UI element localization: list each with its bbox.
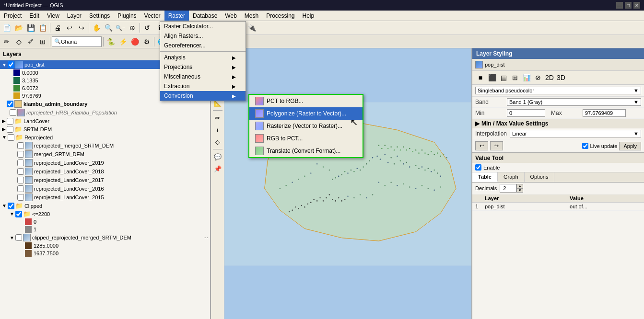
layer-item-r7[interactable]: reprojected_LandCover_2015 [0, 193, 210, 202]
layer-checkbox-r4[interactable] [17, 168, 24, 175]
menu-align-rasters[interactable]: Align Rasters... [160, 31, 246, 41]
layer-checkbox-srtm[interactable] [7, 126, 13, 133]
graduated-btn[interactable]: ▤ [498, 72, 509, 83]
close-button[interactable]: ✕ [633, 2, 640, 9]
layer-checkbox-r6[interactable] [17, 185, 24, 192]
undo-button[interactable]: ↩ [64, 22, 75, 34]
apply-button[interactable]: Apply [619, 142, 641, 150]
layer-item-r6[interactable]: reprojected_LandCover_2016 [0, 184, 210, 193]
menu-mesh[interactable]: Mesh [241, 11, 262, 21]
layer-item-clipped[interactable]: ▼ 📁 Clipped [0, 202, 210, 210]
3d-renderer-btn[interactable]: 3D [556, 72, 566, 83]
menu-layer[interactable]: Layer [63, 11, 85, 21]
plugin2-button[interactable]: ⚡ [117, 36, 129, 47]
menu-analysis[interactable]: Analysis ▶ [160, 53, 246, 62]
min-value-box[interactable]: 0 [507, 109, 545, 117]
zoom-full-button[interactable]: ⊕ [127, 22, 138, 34]
plugin4-button[interactable]: ⚙ [141, 36, 152, 47]
menu-project[interactable]: Project [0, 11, 25, 21]
single-symbol-btn[interactable]: ■ [475, 72, 486, 83]
menu-miscellaneous[interactable]: Miscellaneous ▶ [160, 72, 246, 81]
menu-database[interactable]: Database [189, 11, 221, 21]
2d-renderer-btn[interactable]: 2D [544, 72, 555, 83]
redo-button[interactable]: ↪ [76, 22, 87, 34]
annotation-tool[interactable]: 📌 [212, 163, 223, 174]
open-project-button[interactable]: 📂 [13, 22, 24, 34]
layer-item-srtm[interactable]: ▶ 📁 SRTM-DEM [0, 125, 210, 133]
layer-item-r1[interactable]: reprojected_merged_SRTM_DEM [0, 141, 210, 150]
categorized-btn[interactable]: ⬛ [487, 72, 497, 83]
zoom-in-button[interactable]: 🔍 [103, 22, 114, 34]
expand-arrow-lte2200[interactable]: ▼ [10, 211, 14, 216]
layer-item-r5[interactable]: reprojected_LandCover_2017 [0, 176, 210, 184]
menu-help[interactable]: Help [299, 11, 318, 21]
layer-item-landcover[interactable]: ▶ 📁 LandCover [0, 117, 210, 125]
layer-checkbox-kiambu[interactable] [7, 101, 13, 107]
decrement-button[interactable]: ▼ [516, 188, 523, 193]
draw-button[interactable]: ✐ [25, 36, 36, 47]
window-controls[interactable]: — □ ✕ [616, 2, 640, 9]
add-feature-tool[interactable]: + [212, 124, 223, 136]
layer-checkbox-r3[interactable] [17, 160, 24, 166]
max-value-box[interactable]: 97.6769409 [583, 109, 626, 117]
menu-view[interactable]: View [43, 11, 63, 21]
tab-graph[interactable]: Graph [498, 172, 525, 182]
menu-settings[interactable]: Settings [85, 11, 114, 21]
menu-extraction[interactable]: Extraction ▶ [160, 81, 246, 91]
zoom-out-button[interactable]: 🔍− [115, 22, 126, 34]
map-canvas[interactable] [224, 48, 471, 319]
expand-arrow-reprojected[interactable]: ▼ [2, 135, 7, 140]
layer-item-r4[interactable]: reprojected_LandCover_2018 [0, 167, 210, 176]
min-max-header[interactable]: ▶ Min / Max Value Settings [472, 119, 644, 128]
snap-button[interactable]: ⊞ [37, 36, 48, 47]
layer-checkbox-r1[interactable] [17, 142, 24, 149]
menu-raster-calculator[interactable]: Raster Calculator... [160, 22, 246, 31]
submenu-polygonize[interactable]: Polygonize (Raster to Vector)... [249, 107, 363, 120]
layer-checkbox-r7[interactable] [17, 194, 24, 201]
save-project-button[interactable]: 💾 [25, 22, 36, 34]
enable-checkbox[interactable] [475, 164, 481, 171]
decimals-stepper[interactable]: ▲ ▼ [500, 184, 523, 193]
live-update-checkbox[interactable] [582, 143, 588, 149]
layer-item-c1[interactable]: 1 [0, 226, 210, 233]
expand-arrow-clipped[interactable]: ▼ [2, 203, 7, 208]
layer-item-lte2200[interactable]: ▼ 📁 <=2200 [0, 210, 210, 218]
layer-checkbox-clipped-srtm[interactable] [15, 234, 22, 241]
diagram-btn[interactable]: 📊 [521, 72, 532, 83]
conversion-submenu[interactable]: PCT to RGB... Polygonize (Raster to Vect… [248, 94, 363, 158]
decimals-input[interactable] [500, 184, 516, 193]
menu-georeferencer[interactable]: Georeferencer... [160, 41, 246, 50]
interpolation-select[interactable]: Linear ▼ [510, 130, 641, 137]
map-tips-tool[interactable]: 💬 [212, 151, 223, 162]
layer-checkbox-hrsi[interactable] [10, 109, 16, 116]
refresh-button[interactable]: ↺ [141, 22, 153, 34]
layer-checkbox-r2[interactable] [17, 151, 24, 158]
edit-tool[interactable]: ✏ [212, 112, 223, 124]
layer-checkbox-landcover[interactable] [7, 118, 13, 125]
submenu-rgb-to-pct[interactable]: RGB to PCT... [249, 132, 363, 145]
menu-vector[interactable]: Vector [141, 11, 164, 21]
rule-based-btn[interactable]: ⊞ [510, 72, 520, 83]
layer-checkbox-pop-dist[interactable] [8, 61, 14, 68]
undo-styling-button[interactable]: ↩ [475, 141, 488, 150]
tab-table[interactable]: Table [472, 172, 498, 182]
save-as-button[interactable]: 📋 [37, 22, 48, 34]
expand-arrow-clipped-srtm[interactable]: ▼ [10, 235, 14, 240]
layer-item-r2[interactable]: merged_SRTM_DEM [0, 150, 210, 159]
submenu-pct-to-rgb[interactable]: PCT to RGB... [249, 95, 363, 107]
submenu-translate[interactable]: Translate (Convert Format)... [249, 145, 363, 157]
expand-arrow-landcover[interactable]: ▶ [2, 118, 6, 124]
layer-checkbox-clipped[interactable] [8, 203, 14, 209]
expand-arrow-pop-dist[interactable]: ▼ [2, 62, 7, 68]
edit-button-2[interactable]: ✏ [1, 36, 12, 47]
locator-input[interactable] [61, 39, 99, 45]
tab-options[interactable]: Options [525, 172, 555, 182]
layer-item-cv2[interactable]: 1637.7500 [0, 250, 210, 257]
menu-projections[interactable]: Projections ▶ [160, 62, 246, 72]
minimize-button[interactable]: — [616, 2, 623, 9]
band-select[interactable]: Band 1 (Gray) ▼ [507, 98, 641, 106]
increment-button[interactable]: ▲ [516, 184, 523, 188]
menu-processing[interactable]: Processing [262, 11, 298, 21]
menu-web[interactable]: Web [221, 11, 240, 21]
layer-checkbox-lte2200[interactable] [15, 211, 22, 217]
